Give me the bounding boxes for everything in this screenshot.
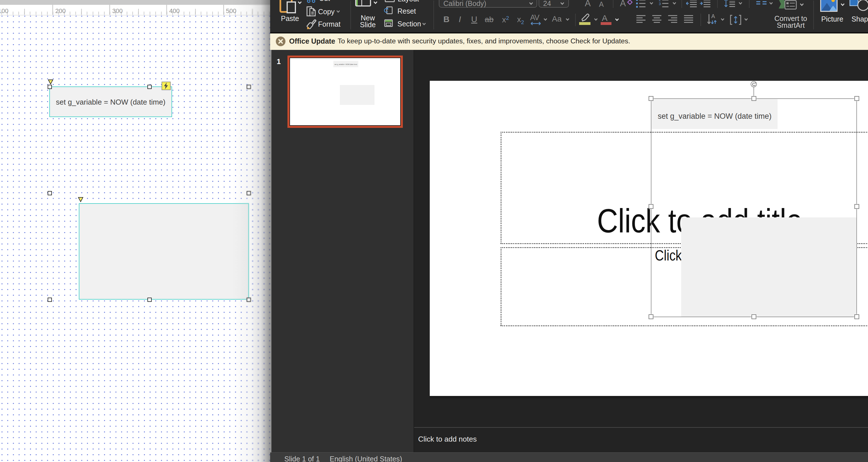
svg-text:A: A <box>711 13 715 19</box>
svg-text:3: 3 <box>659 2 661 6</box>
